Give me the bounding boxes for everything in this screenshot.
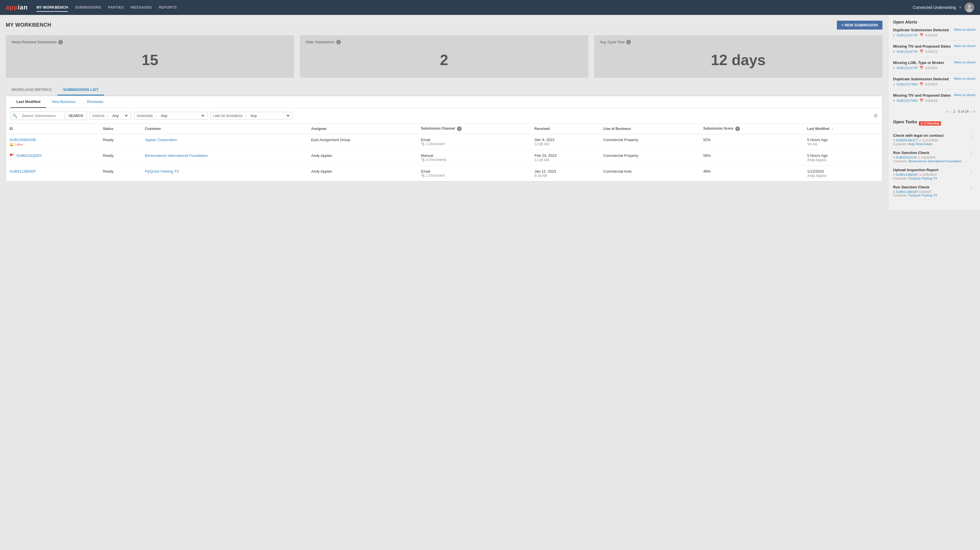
mark-closed-button[interactable]: Mark as closed — [954, 44, 975, 48]
tab-workload-metrics[interactable]: WORKLOAD METRICS — [6, 84, 57, 95]
submission-id-link[interactable]: SUB0224Q00X — [16, 153, 42, 158]
tab-submissions-list[interactable]: SUBMISSIONS LIST — [57, 84, 104, 95]
task-customer-link[interactable]: Benevolence International Foundation — [908, 159, 962, 163]
new-submission-button[interactable]: + NEW SUBMISSION — [837, 21, 883, 30]
mark-closed-button[interactable]: Mark as closed — [954, 60, 975, 64]
dropdown-arrow-icon[interactable]: ▾ — [959, 5, 961, 10]
app-logo[interactable]: appian — [6, 4, 28, 11]
mark-closed-button[interactable]: Mark as closed — [954, 93, 975, 97]
nav-messages[interactable]: MESSAGES — [131, 3, 152, 12]
submission-id-link[interactable]: SUB1209DHAB — [10, 138, 36, 142]
alert-badge: 🔔 1 Alert — [10, 143, 96, 146]
cell-score: 59% — [700, 150, 803, 166]
task-title: Run Sanction Check — [893, 185, 937, 189]
nav-submissions[interactable]: SUBMISSIONS — [75, 3, 101, 12]
alerts-last-page[interactable]: » — [974, 109, 975, 114]
task-customer-link[interactable]: FlyQuick Parking TX — [908, 194, 937, 197]
status-filter-select[interactable]: Any Ready Closed — [111, 113, 129, 118]
cell-id: 🚩 SUB0224Q00X — [6, 150, 99, 166]
info-icon-channel[interactable]: i — [457, 126, 461, 131]
alerts-first-page[interactable]: « — [947, 109, 948, 114]
search-button[interactable]: SEARCH — [65, 112, 87, 119]
metric-card-cycle-time: Avg. Cycle Time i 12 days — [594, 35, 883, 78]
overdue-badge: ⚠ 3 Overdue — [919, 121, 941, 126]
alert-id-link[interactable]: SUB1221TWI3 — [897, 83, 918, 86]
col-lob: Line of Business — [600, 124, 700, 134]
task-more-button[interactable]: ⋮ — [967, 134, 975, 140]
mark-closed-button[interactable]: Mark as closed — [954, 77, 975, 80]
cell-status: Ready — [99, 134, 142, 150]
svg-point-2 — [967, 8, 972, 12]
alert-title: Missing TIV and Proposed Dates — [893, 44, 951, 48]
task-more-button[interactable]: ⋮ — [967, 168, 975, 174]
info-icon-older[interactable]: i — [336, 40, 341, 45]
submissions-table-container: Last Modified New Business Renewals 🔍 SE… — [6, 96, 883, 181]
customer-link[interactable]: Benevolence International Foundation — [145, 153, 208, 158]
svg-point-1 — [968, 5, 971, 8]
lob-filter: LINE OF BUSINESS | Any Commercial Proper… — [211, 112, 293, 119]
alerts-page-info: 1 - 5 of 24 — [953, 110, 969, 114]
sort-icon-modified[interactable]: ↓ — [831, 127, 833, 131]
alert-id-link[interactable]: SUB1221477R — [897, 50, 918, 53]
customer-link[interactable]: Appian Corporation — [145, 138, 177, 142]
alert-meta: # SUB1221TWI3 📅 2/3/2023 — [893, 99, 951, 102]
lob-filter-select[interactable]: Any Commercial Property Commercial Auto — [249, 113, 290, 118]
col-assignee: Assignee — [307, 124, 417, 134]
submission-id-link[interactable]: SUB0112BHDP — [10, 169, 36, 173]
nav-links: MY WORKBENCH SUBMISSIONS PARTIES MESSAGE… — [37, 3, 913, 12]
content-area: MY WORKBENCH + NEW SUBMISSION Newly Rece… — [0, 15, 888, 210]
alert-id-link[interactable]: SUB1221477R — [897, 66, 918, 70]
subtab-renewals[interactable]: Renewals — [81, 96, 109, 108]
workbench-tabs: WORKLOAD METRICS SUBMISSIONS LIST — [6, 84, 883, 96]
task-customer-link[interactable]: Argo Real Estate — [908, 142, 932, 146]
alerts-next-page[interactable]: › — [970, 109, 971, 114]
task-more-button[interactable]: ⋮ — [967, 151, 975, 157]
info-icon-score[interactable]: i — [735, 126, 740, 131]
status-filter-label: STATUS — [92, 114, 104, 118]
nav-my-workbench[interactable]: MY WORKBENCH — [37, 3, 68, 12]
cell-status: Ready — [99, 166, 142, 181]
alert-id-link[interactable]: SUB1221477R — [897, 33, 918, 37]
alerts-prev-page[interactable]: ‹ — [950, 109, 951, 114]
info-icon-cycle-time[interactable]: i — [626, 40, 631, 45]
open-alerts-section: Open Alerts Duplicate Submission Detecte… — [893, 19, 975, 114]
customer-link[interactable]: FlyQuick Parking TX — [145, 169, 179, 173]
nav-parties[interactable]: PARTIES — [108, 3, 124, 12]
open-alerts-title: Open Alerts — [893, 19, 975, 24]
doc-info: 📎 1 Document — [421, 173, 528, 178]
task-customer-link[interactable]: FlyQuick Parking TX — [908, 176, 937, 180]
subtab-new-business[interactable]: New Business — [46, 96, 81, 108]
alert-title: Duplicate Submission Detected — [893, 77, 949, 81]
metric-value-cycle-time: 12 days — [600, 47, 877, 73]
alert-item: Missing TIV and Proposed Dates # SUB1221… — [893, 93, 975, 106]
task-id-link[interactable]: SUB0112BHDP — [896, 173, 918, 176]
cell-id: SUB1209DHAB 🔔 1 Alert — [6, 134, 99, 150]
task-more-button[interactable]: ⋮ — [967, 185, 975, 192]
avatar[interactable] — [964, 3, 974, 12]
nav-reports[interactable]: REPORTS — [159, 3, 177, 12]
cell-id: SUB0112BHDP — [6, 166, 99, 181]
task-id-link[interactable]: SUB0203JOJ4 — [896, 156, 916, 159]
advanced-filter-icon[interactable]: ⚙ — [873, 113, 878, 118]
alert-item: Missing TIV and Proposed Dates # SUB1221… — [893, 44, 975, 57]
search-input[interactable] — [19, 112, 65, 119]
alert-item: Missing LOB, Type or Broker # SUB1221477… — [893, 60, 975, 73]
alert-id-link[interactable]: SUB1221TWI3 — [897, 99, 918, 102]
cell-modified: 5 Hours Ago Andy Appian — [804, 150, 882, 166]
assignee-filter-select[interactable]: Any Andy Appian East Assignment Group — [160, 113, 205, 118]
alert-item: Duplicate Submission Detected # SUB12214… — [893, 28, 975, 41]
task-title: Check with legal on contract — [893, 134, 943, 138]
doc-info: 📎 1 Document — [421, 142, 528, 146]
col-status: Status — [99, 124, 142, 134]
task-id-link[interactable]: SUB0913AUCT — [896, 138, 918, 142]
task-meta: # SUB0112BHDP 3/3/2023 Customer: FlyQuic… — [893, 190, 937, 197]
mark-closed-button[interactable]: Mark as closed — [954, 28, 975, 31]
task-id-link[interactable]: SUB0112BHDP — [896, 190, 918, 194]
metric-label-newly-received: Newly Received Submissions i — [11, 40, 288, 45]
cell-modified: 1/12/2023 Andy Appian — [804, 166, 882, 181]
info-icon-newly-received[interactable]: i — [58, 40, 63, 45]
alert-title: Duplicate Submission Detected — [893, 28, 949, 32]
assignee-filter-label: ASSIGNEE — [137, 114, 153, 118]
assignee-filter: ASSIGNEE | Any Andy Appian East Assignme… — [134, 112, 207, 119]
subtab-last-modified[interactable]: Last Modified — [11, 96, 46, 108]
